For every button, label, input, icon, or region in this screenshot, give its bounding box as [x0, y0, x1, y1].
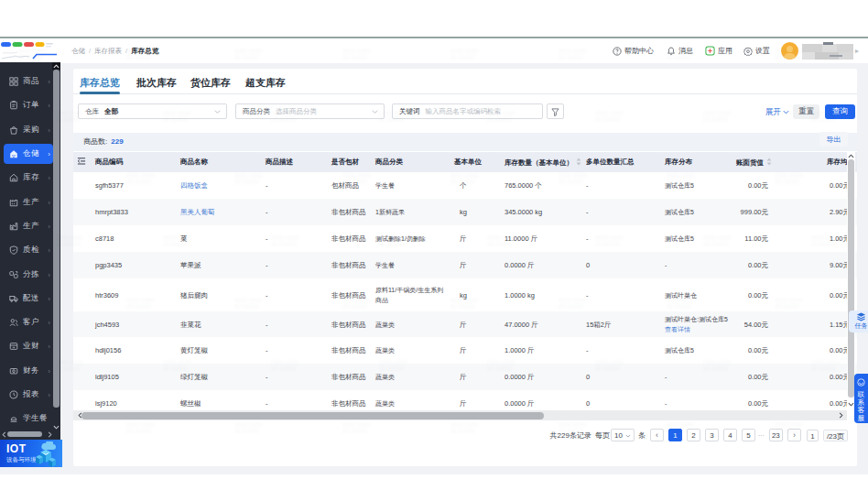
help-icon	[613, 47, 622, 56]
scroll-right-icon[interactable]	[836, 410, 845, 420]
tasks-float-button[interactable]: 任务	[849, 310, 868, 332]
page-button-4[interactable]: 4	[723, 429, 737, 441]
content-card: 库存总览批次库存货位库存超支库存 仓库 全部 商品分类 选择商品分类 关键词 输…	[73, 69, 857, 466]
column-header[interactable]: 账面货值	[732, 152, 771, 172]
help-center-button[interactable]: 帮助中心	[613, 38, 654, 63]
table-hscrollbar[interactable]	[73, 410, 847, 420]
keyword-input[interactable]: 关键词 输入商品名字或编码检索	[392, 103, 543, 119]
cell-desc: -	[262, 225, 328, 252]
page-button-5[interactable]: 5	[742, 429, 755, 441]
export-button[interactable]: 导出	[819, 132, 848, 147]
sidebar-scrollbar-thumb[interactable]	[53, 70, 60, 408]
cell-qty: 1.0000 kg	[501, 278, 582, 311]
table-vscrollbar[interactable]	[847, 152, 855, 410]
apps-button[interactable]: 应用	[705, 38, 732, 63]
settings-button[interactable]: 设置	[743, 38, 770, 63]
keyword-input-label: 关键词	[399, 107, 420, 116]
scroll-right-icon[interactable]	[46, 430, 53, 438]
cell-unit: 斤	[450, 364, 501, 390]
inventory-table: 商品编码商品名称商品描述是否包材商品分类基本单位库存数量（基本单位）多单位数量汇…	[73, 152, 857, 410]
advanced-filter-button[interactable]	[547, 103, 564, 119]
scroll-up-icon[interactable]	[52, 62, 60, 70]
pagination-ellipsis[interactable]: ···	[758, 432, 765, 439]
cell-avg: 1.00元	[771, 225, 857, 252]
product-name-link[interactable]: 四格饭盒	[180, 181, 208, 190]
reset-button[interactable]: 重置	[793, 104, 819, 119]
column-header[interactable]: 库存数量（基本单位）	[501, 152, 582, 172]
user-menu[interactable]: ▸	[781, 38, 859, 63]
page-size-select[interactable]: 10	[611, 429, 635, 441]
sort-icon[interactable]	[576, 158, 581, 168]
cell-desc: -	[262, 364, 328, 390]
chevron-right-icon: ›	[793, 430, 796, 440]
cell-desc: -	[262, 311, 328, 337]
customer-icon	[9, 318, 18, 327]
chevron-right-icon: ›	[48, 246, 50, 255]
table-row: lsj9120 螺丝椒 - 非包材商品 蔬菜类 斤 0.0000 斤 0 - 0…	[73, 390, 857, 410]
qc-icon	[9, 245, 18, 255]
iot-banner[interactable]: IOT 设备与环境	[0, 440, 62, 467]
cell-category: 测试删除1/勿删除	[372, 225, 450, 252]
expand-label: 展开	[765, 107, 781, 116]
cell-multi: -	[582, 225, 661, 252]
summary-bar: 商品数: 229 导出	[73, 133, 857, 151]
tab-3[interactable]: 货位库存	[190, 69, 231, 94]
cell-desc: -	[262, 252, 328, 278]
sidebar-hscrollbar-thumb[interactable]	[7, 431, 42, 437]
cell-desc: -	[262, 278, 328, 311]
cell-name: 菜	[177, 225, 262, 252]
cell-value: 0.00元	[732, 390, 771, 410]
tab-1[interactable]: 库存总览	[80, 69, 120, 94]
tab-4[interactable]: 超支库存	[245, 69, 286, 94]
cell-value: 0.00元	[732, 172, 771, 199]
tab-2[interactable]: 批次库存	[136, 69, 177, 94]
warehouse-icon	[9, 149, 18, 158]
column-settings-icon[interactable]	[77, 159, 86, 168]
next-page-button[interactable]: ›	[787, 429, 801, 441]
sidebar-item-label: 采购	[23, 125, 39, 136]
scroll-left-icon[interactable]	[0, 430, 7, 438]
sidebar-item-label: 库存	[23, 172, 39, 183]
sort-icon[interactable]	[766, 158, 771, 168]
cell-qty: 0.0000 斤	[501, 390, 582, 410]
table-row: hdlj0156 黄灯笼椒 - 非包材商品 蔬菜类 斤 1.0000 斤 - 测…	[73, 337, 857, 364]
page-button-23[interactable]: 23	[769, 429, 783, 441]
cell-name: 四格饭盒	[177, 172, 262, 199]
page-button-2[interactable]: 2	[687, 429, 700, 441]
search-button[interactable]: 查询	[825, 104, 855, 119]
settings-label: 设置	[755, 46, 770, 56]
user-name-redacted	[802, 42, 853, 60]
prev-page-button[interactable]: ‹	[650, 429, 664, 441]
search-label: 查询	[832, 106, 848, 117]
cell-category: 1新鲜蔬果	[372, 199, 450, 225]
sidebar-hscrollbar[interactable]	[0, 430, 60, 438]
cell-qty: 0.0000 斤	[501, 364, 582, 390]
cell-avg: 0.00元	[771, 364, 857, 390]
cell-packaging: 非包材商品	[328, 337, 372, 364]
table-vscrollbar-thumb[interactable]	[848, 159, 854, 398]
warehouse-select[interactable]: 仓库 全部	[78, 103, 227, 119]
page-jump-input[interactable]: 1	[807, 430, 819, 441]
redaction-block	[823, 42, 833, 45]
page-button-1[interactable]: 1	[668, 429, 682, 441]
view-detail-link[interactable]: 查看详情	[665, 326, 690, 332]
redaction-block	[830, 55, 842, 57]
sorting-icon	[9, 270, 18, 279]
messages-button[interactable]: 消息	[667, 38, 693, 63]
table-hscrollbar-thumb[interactable]	[81, 412, 544, 419]
cell-name: 绿灯笼椒	[177, 364, 262, 390]
cell-multi: 0	[582, 390, 661, 410]
cell-dist: 测试叶菜仓	[661, 278, 732, 311]
category-select[interactable]: 商品分类 选择商品分类	[235, 103, 385, 119]
customer-service-float-button[interactable]: 联系客服	[854, 374, 868, 423]
cell-unit: 个	[450, 172, 501, 199]
summary-label: 商品数:	[83, 136, 107, 147]
product-name-link[interactable]: 黑美人葡萄	[180, 208, 215, 216]
cell-value: 999.00元	[732, 199, 771, 225]
sidebar-item-label: 报表	[23, 389, 39, 400]
page-button-3[interactable]: 3	[705, 429, 719, 441]
sidebar-scrollbar[interactable]	[52, 62, 60, 440]
scroll-up-icon[interactable]	[847, 154, 855, 158]
expand-filters-button[interactable]: 展开	[765, 107, 789, 118]
cell-packaging: 非包材商品	[328, 225, 372, 252]
